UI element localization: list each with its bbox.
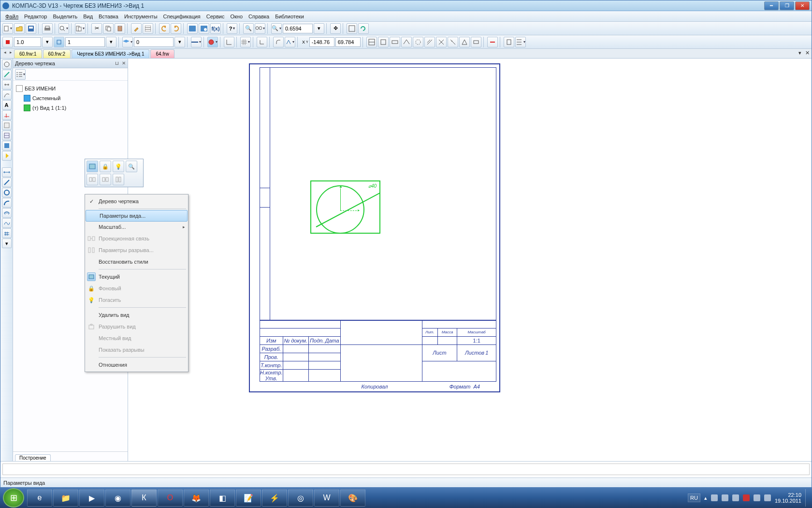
print-button[interactable]: [42, 23, 53, 34]
float-break[interactable]: [113, 174, 124, 185]
more-tool[interactable]: ▾: [2, 239, 12, 248]
constraint-13[interactable]: [515, 37, 526, 47]
tab-next[interactable]: ▸: [8, 50, 13, 57]
ctx-relations[interactable]: Отношения: [85, 359, 188, 371]
scale-input[interactable]: [14, 37, 41, 47]
zoom-dropdown-button[interactable]: ▾: [314, 23, 324, 34]
constraint-6[interactable]: [424, 37, 435, 47]
task-word[interactable]: W: [314, 489, 339, 507]
refresh-button[interactable]: [347, 23, 357, 34]
step-drop[interactable]: ▾: [106, 37, 116, 47]
save-button[interactable]: [26, 23, 36, 34]
task-ie[interactable]: e: [27, 489, 52, 507]
stop-button[interactable]: [2, 37, 13, 47]
task-opera[interactable]: O: [158, 489, 183, 507]
round-button[interactable]: [273, 37, 284, 47]
task-media[interactable]: ▶: [79, 489, 104, 507]
constraint-1[interactable]: [366, 37, 377, 47]
zoom-inout-button[interactable]: [255, 23, 265, 34]
ctx-restore-styles[interactable]: Восстановить стили: [85, 256, 188, 268]
float-zoom[interactable]: 🔍: [126, 161, 137, 172]
grid-button[interactable]: [240, 37, 251, 47]
arc-tool[interactable]: [2, 198, 12, 208]
float-bulb[interactable]: 💡: [113, 161, 124, 172]
properties-button[interactable]: [143, 23, 153, 34]
help-button[interactable]: ?: [227, 23, 237, 34]
menu-view[interactable]: Вид: [80, 13, 96, 20]
format-painter-button[interactable]: [131, 23, 142, 34]
menu-libs[interactable]: Библиотеки: [272, 13, 307, 20]
tab-list[interactable]: ▾: [798, 50, 801, 56]
task-app1[interactable]: ◧: [210, 489, 235, 507]
coord-x-input[interactable]: [309, 37, 334, 47]
layer-input[interactable]: [134, 37, 174, 47]
rebuild-button[interactable]: [358, 23, 369, 34]
clock[interactable]: 22:1019.10.2011: [775, 492, 801, 504]
show-desktop[interactable]: [805, 489, 809, 507]
close-button[interactable]: ✕: [795, 1, 810, 10]
geom-tool[interactable]: [2, 60, 12, 69]
selected-view[interactable]: ⌀40: [310, 180, 380, 234]
ctx-local-view[interactable]: Местный вид: [85, 332, 188, 344]
lcs-button[interactable]: [257, 37, 267, 47]
float-lock[interactable]: 🔒: [100, 161, 111, 172]
constraint-2[interactable]: [378, 37, 389, 47]
line-style-button[interactable]: [191, 37, 202, 47]
ctx-show-breaks[interactable]: Показать разрывы: [85, 344, 188, 356]
doc-tab-0[interactable]: 60.frw:1: [14, 49, 42, 58]
preview-button[interactable]: [58, 23, 69, 34]
scale-drop[interactable]: ▾: [42, 37, 53, 47]
param-tool[interactable]: [2, 110, 12, 120]
menu-tools[interactable]: Инструменты: [121, 13, 160, 20]
constraint-5[interactable]: [413, 37, 423, 47]
redo-button[interactable]: [171, 23, 181, 34]
minimize-button[interactable]: ━: [764, 1, 779, 10]
layer-button[interactable]: [122, 37, 133, 47]
tree-root[interactable]: БЕЗ ИМЕНИ: [25, 86, 56, 91]
constraint-10[interactable]: [471, 37, 481, 47]
doc-tab-3[interactable]: 64.frw: [150, 49, 174, 58]
page-setup-button[interactable]: [75, 23, 86, 34]
text-tool[interactable]: [2, 90, 12, 100]
open-button[interactable]: [14, 23, 25, 34]
tray-icon-5[interactable]: [754, 494, 760, 501]
layer-drop[interactable]: ▾: [174, 37, 185, 47]
step-input[interactable]: [65, 37, 105, 47]
constraint-9[interactable]: [459, 37, 470, 47]
ctx-destroy-view[interactable]: Разрушить вид: [85, 321, 188, 332]
start-button[interactable]: ⊞: [3, 488, 24, 508]
paste-button[interactable]: [115, 23, 125, 34]
ortho-button[interactable]: [224, 37, 234, 47]
fill-tool[interactable]: [2, 141, 12, 150]
menu-spec[interactable]: Спецификация: [160, 13, 203, 20]
float-grid[interactable]: [100, 174, 111, 185]
coord-y-input[interactable]: [335, 37, 361, 47]
point-tool[interactable]: [2, 70, 12, 79]
ctx-current[interactable]: Текущий: [85, 271, 188, 283]
copy-button[interactable]: [103, 23, 114, 34]
measure-tool[interactable]: [2, 120, 12, 130]
edit-tool[interactable]: A: [2, 100, 12, 110]
dim-tool[interactable]: [2, 80, 12, 90]
blank-tool[interactable]: [2, 151, 12, 161]
task-chrome[interactable]: ◉: [105, 489, 130, 507]
dim-h-tool[interactable]: [2, 167, 12, 177]
constraint-11[interactable]: [487, 37, 498, 47]
ctx-scale[interactable]: Масштаб...: [85, 221, 188, 233]
doc-tab-2[interactable]: Чертеж БЕЗ ИМЕНИ3 ->Вид 1: [72, 49, 149, 58]
circle-tool[interactable]: [2, 188, 12, 197]
param-button[interactable]: [285, 37, 295, 47]
maximize-button[interactable]: ❐: [780, 1, 794, 10]
float-link[interactable]: [87, 174, 98, 185]
ctx-view-params[interactable]: Параметры вида...: [86, 210, 188, 222]
drawing-canvas[interactable]: ⌀40 Лит.МассаМасштаб Изм№ докум.Подп. Да…: [128, 59, 812, 461]
pin-icon[interactable]: ⊔: [115, 60, 119, 66]
task-explorer[interactable]: 📁: [53, 489, 78, 507]
grid-tool[interactable]: [2, 131, 12, 140]
hatch-tool[interactable]: [2, 228, 12, 238]
tree-mode[interactable]: [15, 69, 26, 80]
spline-tool[interactable]: [2, 218, 12, 228]
ctx-delete-view[interactable]: Удалить вид: [85, 309, 188, 321]
cut-button[interactable]: ✂: [91, 23, 102, 34]
constraint-7[interactable]: [436, 37, 447, 47]
